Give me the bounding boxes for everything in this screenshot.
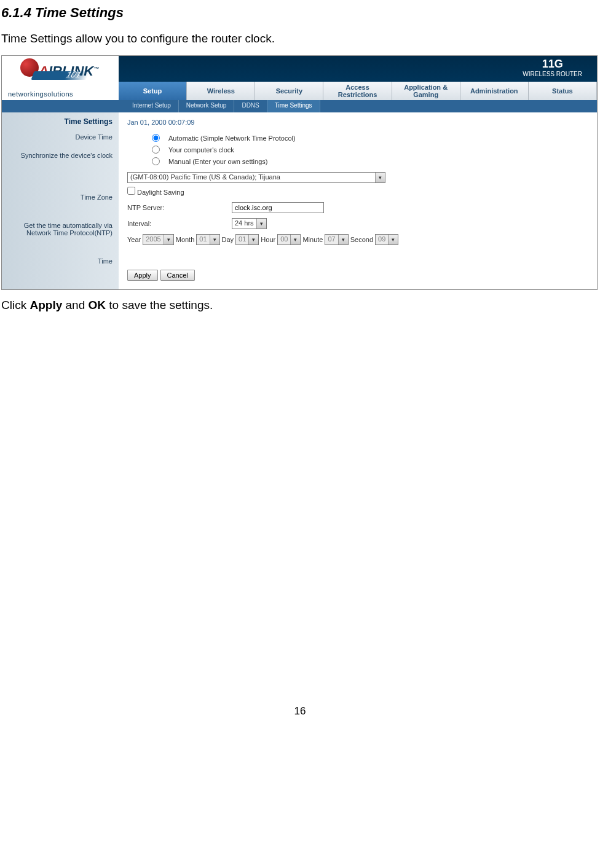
tab-application-gaming[interactable]: Application & Gaming	[392, 82, 460, 100]
hour-select[interactable]: 00 ▾	[277, 234, 301, 245]
chevron-down-icon: ▾	[210, 235, 219, 244]
chevron-down-icon: ▾	[164, 235, 173, 244]
radio-automatic[interactable]	[152, 134, 160, 142]
tab-wireless[interactable]: Wireless	[187, 82, 255, 100]
content-area: Time Settings Device Time Synchronize th…	[2, 112, 597, 289]
sub-tabs-row: Internet Setup Network Setup DDNS Time S…	[2, 100, 597, 112]
daylight-saving-row: Daylight Saving	[127, 187, 590, 196]
daylight-saving-checkbox[interactable]	[127, 187, 135, 195]
chevron-down-icon: ▾	[338, 235, 348, 244]
hour-value: 00	[278, 235, 290, 244]
radio-computer-label: Your computer's clock	[168, 146, 234, 154]
badge-11g: 11G	[523, 58, 582, 71]
year-select[interactable]: 2005 ▾	[143, 234, 173, 245]
day-value: 01	[236, 235, 248, 244]
timezone-select[interactable]: (GMT-08:00) Pacific Time (US & Canada); …	[127, 172, 385, 183]
sync-option-computer[interactable]: Your computer's clock	[152, 144, 590, 155]
ntp-server-row: NTP Server:	[127, 202, 590, 213]
month-value: 01	[197, 235, 209, 244]
radio-manual[interactable]	[152, 157, 160, 165]
ntp-server-input[interactable]	[232, 202, 324, 213]
chevron-down-icon: ▾	[290, 235, 300, 244]
router-admin-screenshot: AIRLINK™ 101 networkingsolutions 11G WIR…	[1, 55, 598, 290]
badge-wireless: WIRELESS ROUTER	[523, 71, 582, 77]
label-time-zone: Time Zone	[2, 191, 119, 203]
tab-setup[interactable]: Setup	[119, 82, 187, 100]
apply-button[interactable]: Apply	[127, 270, 158, 281]
tab-access-restrictions[interactable]: Access Restrictions	[323, 82, 392, 100]
interval-value: 24 hrs	[232, 219, 256, 229]
timezone-block: (GMT-08:00) Pacific Time (US & Canada); …	[127, 172, 590, 196]
cancel-button[interactable]: Cancel	[160, 270, 195, 281]
hour-label: Hour	[261, 236, 275, 243]
sub-tabs: Internet Setup Network Setup DDNS Time S…	[119, 100, 597, 112]
sync-option-automatic[interactable]: Automatic (Simple Network Time Protocol)	[152, 132, 590, 144]
label-synchronize-clock: Synchronize the device's clock	[2, 149, 119, 162]
sync-options: Automatic (Simple Network Time Protocol)…	[127, 132, 590, 167]
sync-option-manual[interactable]: Manual (Enter your own settings)	[152, 155, 590, 167]
radio-computer-clock[interactable]	[152, 146, 160, 154]
subtab-network-setup[interactable]: Network Setup	[179, 100, 235, 112]
interval-select[interactable]: 24 hrs ▾	[232, 218, 267, 229]
outro-text: Click Apply and OK to save the settings.	[1, 299, 599, 312]
second-value: 09	[376, 235, 388, 244]
minute-select[interactable]: 07 ▾	[325, 234, 348, 245]
chevron-down-icon: ▾	[388, 235, 398, 244]
label-ntp-auto: Get the time automatically via Network T…	[2, 218, 119, 240]
label-time-settings: Time Settings	[2, 116, 119, 131]
main-tabs: Setup Wireless Security Access Restricti…	[119, 82, 597, 100]
page-number: 16	[1, 705, 599, 717]
second-label: Second	[350, 236, 373, 243]
subtab-ddns[interactable]: DDNS	[234, 100, 267, 112]
subtab-internet-setup[interactable]: Internet Setup	[125, 100, 179, 112]
month-label: Month	[176, 236, 195, 243]
tab-security[interactable]: Security	[255, 82, 323, 100]
intro-text: Time Settings allow you to configure the…	[1, 32, 599, 45]
second-select[interactable]: 09 ▾	[375, 234, 398, 245]
year-value: 2005	[143, 235, 163, 244]
settings-labels-column: Time Settings Device Time Synchronize th…	[2, 112, 119, 289]
year-label: Year	[127, 236, 141, 243]
logo-swoosh-icon: 101	[31, 71, 89, 80]
day-label: Day	[222, 236, 234, 243]
chevron-down-icon: ▾	[248, 235, 258, 244]
device-time-value: Jan 01, 2000 00:07:09	[127, 119, 590, 126]
radio-automatic-label: Automatic (Simple Network Time Protocol)	[168, 135, 296, 142]
action-buttons: Apply Cancel	[127, 270, 590, 281]
ntp-block: NTP Server: Interval: 24 hrs ▾	[127, 202, 590, 229]
settings-content-column: Jan 01, 2000 00:07:09 Automatic (Simple …	[119, 112, 597, 289]
interval-label: Interval:	[127, 220, 232, 227]
subtab-time-settings[interactable]: Time Settings	[267, 100, 320, 112]
brand-logo: AIRLINK™ 101 networkingsolutions	[2, 56, 119, 100]
day-select[interactable]: 01 ▾	[235, 234, 259, 245]
minute-label: Minute	[302, 236, 323, 243]
label-time: Time	[2, 255, 119, 267]
manual-time-row: Year 2005 ▾ Month 01 ▾ Day 01 ▾ Hour 00	[127, 234, 590, 245]
daylight-saving-label: Daylight Saving	[137, 189, 184, 196]
interval-row: Interval: 24 hrs ▾	[127, 218, 590, 229]
tab-administration[interactable]: Administration	[460, 82, 529, 100]
chevron-down-icon[interactable]: ▾	[375, 173, 385, 182]
radio-manual-label: Manual (Enter your own settings)	[168, 158, 267, 165]
month-select[interactable]: 01 ▾	[196, 234, 219, 245]
wireless-router-badge: 11G WIRELESS ROUTER	[523, 58, 582, 77]
label-device-time: Device Time	[2, 131, 119, 143]
brand-tagline: networkingsolutions	[8, 90, 73, 98]
sub-tabs-spacer	[2, 100, 119, 112]
tab-status[interactable]: Status	[529, 82, 597, 100]
timezone-value: (GMT-08:00) Pacific Time (US & Canada); …	[128, 173, 375, 182]
chevron-down-icon[interactable]: ▾	[256, 219, 266, 229]
minute-value: 07	[325, 235, 338, 244]
ntp-server-label: NTP Server:	[127, 204, 232, 211]
section-heading: 6.1.4 Time Settings	[1, 5, 599, 21]
